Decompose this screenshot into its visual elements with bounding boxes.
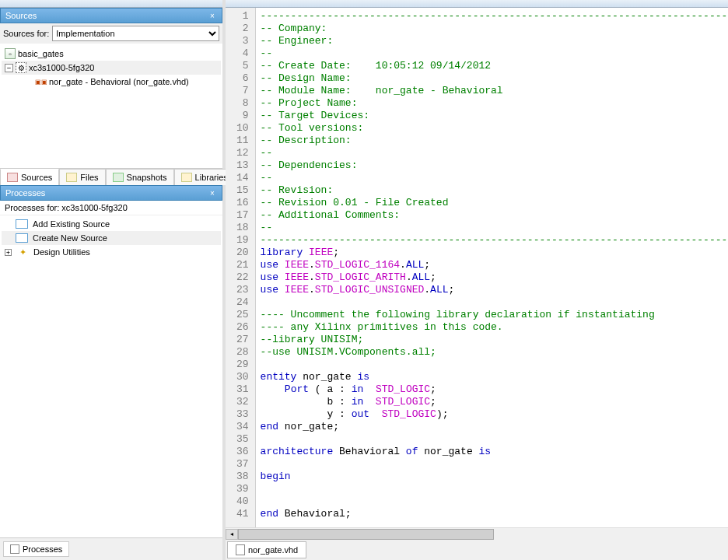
hierarchy-icon: ▣▣ xyxy=(36,76,47,87)
code-line[interactable]: -- xyxy=(261,147,728,159)
code-line[interactable]: --use UNISIM.VComponents.all; xyxy=(261,346,728,359)
processes-panel-title: Processes xyxy=(5,188,45,198)
horizontal-scrollbar[interactable]: ◂ ▸ xyxy=(226,527,728,540)
file-tab-nor-gate[interactable]: nor_gate.vhd xyxy=(227,541,306,558)
code-line[interactable]: ---- any Xilinx primitives in this code. xyxy=(261,321,728,334)
code-line[interactable]: -- Target Devices: xyxy=(261,110,728,122)
code-line[interactable] xyxy=(261,359,728,371)
tab-files[interactable]: Files xyxy=(59,169,105,185)
code-editor[interactable]: 1234567891011121314151617181920212223242… xyxy=(226,8,728,527)
scrollbar-thumb[interactable] xyxy=(238,529,494,540)
code-line[interactable]: --library UNISIM; xyxy=(261,334,728,346)
scroll-left-icon[interactable]: ◂ xyxy=(226,529,238,540)
code-line[interactable]: end Behavioral; xyxy=(261,508,728,520)
code-line[interactable]: -- Dependencies: xyxy=(261,159,728,172)
line-number: 27 xyxy=(236,334,249,346)
code-line[interactable]: -- xyxy=(261,47,728,60)
code-line[interactable]: -- Revision 0.01 - File Created xyxy=(261,197,728,209)
code-line[interactable]: -- Company: xyxy=(261,23,728,35)
code-line[interactable]: ---- Uncomment the following library dec… xyxy=(261,309,728,321)
tree-item-project[interactable]: ▫ basic_gates xyxy=(2,47,221,61)
project-icon: ▫ xyxy=(5,48,16,59)
code-line[interactable] xyxy=(261,433,728,446)
line-number: 3 xyxy=(236,35,249,47)
line-number: 39 xyxy=(236,483,249,495)
code-line[interactable]: -- Design Name: xyxy=(261,72,728,85)
code-line[interactable]: entity nor_gate is xyxy=(261,371,728,383)
processes-bottom-tabs: Processes xyxy=(0,537,222,560)
code-line[interactable]: -- Project Name: xyxy=(261,97,728,110)
line-number: 11 xyxy=(236,135,249,147)
tree-item-label: nor_gate - Behavioral (nor_gate.vhd) xyxy=(49,77,189,86)
line-number: 12 xyxy=(236,147,249,159)
process-item-label: Add Existing Source xyxy=(33,219,110,229)
code-line[interactable]: ----------------------------------------… xyxy=(261,10,728,23)
snapshots-icon xyxy=(113,173,124,182)
code-line[interactable]: use IEEE.STD_LOGIC_UNSIGNED.ALL; xyxy=(261,284,728,296)
tree-item-label: xc3s1000-5fg320 xyxy=(29,63,94,72)
code-line[interactable]: Port ( a : in STD_LOGIC; xyxy=(261,383,728,396)
code-line[interactable]: b : in STD_LOGIC; xyxy=(261,396,728,408)
code-line[interactable]: -- xyxy=(261,172,728,184)
code-line[interactable] xyxy=(261,483,728,495)
line-number: 8 xyxy=(236,97,249,110)
code-line[interactable]: ----------------------------------------… xyxy=(261,234,728,247)
tab-snapshots[interactable]: Snapshots xyxy=(106,169,174,185)
line-number: 20 xyxy=(236,247,249,259)
close-icon[interactable]: × xyxy=(208,188,217,198)
code-line[interactable] xyxy=(261,296,728,309)
code-line[interactable]: -- Module Name: nor_gate - Behavioral xyxy=(261,85,728,97)
line-number: 15 xyxy=(236,184,249,197)
code-line[interactable] xyxy=(261,495,728,508)
code-line[interactable]: end nor_gate; xyxy=(261,421,728,433)
code-line[interactable]: architecture Behavioral of nor_gate is xyxy=(261,446,728,458)
line-number: 28 xyxy=(236,346,249,359)
tab-processes[interactable]: Processes xyxy=(3,541,69,557)
processes-list: Add Existing Source Create New Source + … xyxy=(0,215,222,537)
code-line[interactable]: y : out STD_LOGIC); xyxy=(261,408,728,421)
process-item-label: Design Utilities xyxy=(33,247,90,257)
code-line[interactable]: -- Tool versions: xyxy=(261,122,728,135)
sources-for-row: Sources for: Implementation xyxy=(0,23,222,44)
process-design-utilities[interactable]: + ✦ Design Utilities xyxy=(2,245,221,259)
line-number: 5 xyxy=(236,60,249,72)
line-number: 38 xyxy=(236,471,249,483)
line-number: 16 xyxy=(236,197,249,209)
code-line[interactable]: begin xyxy=(261,471,728,483)
code-content[interactable]: ----------------------------------------… xyxy=(256,8,728,527)
code-line[interactable]: library IEEE; xyxy=(261,247,728,259)
tree-item-device[interactable]: − ⚙ xc3s1000-5fg320 xyxy=(2,61,221,75)
code-line[interactable]: -- Additional Comments: xyxy=(261,209,728,222)
code-line[interactable]: -- Create Date: 10:05:12 09/14/2012 xyxy=(261,60,728,72)
editor-file-tabs: nor_gate.vhd xyxy=(226,540,728,560)
sources-panel-title: Sources xyxy=(5,11,37,20)
expand-icon[interactable]: + xyxy=(5,249,12,256)
close-icon[interactable]: × xyxy=(208,11,217,20)
file-tab-label: nor_gate.vhd xyxy=(248,545,298,555)
line-number: 29 xyxy=(236,359,249,371)
line-number: 40 xyxy=(236,495,249,508)
sources-tree: ▫ basic_gates − ⚙ xc3s1000-5fg320 ▣▣ nor… xyxy=(0,44,222,168)
line-number: 25 xyxy=(236,309,249,321)
code-line[interactable] xyxy=(261,458,728,471)
code-line[interactable]: -- Revision: xyxy=(261,184,728,197)
processes-icon xyxy=(10,544,19,554)
line-number: 22 xyxy=(236,271,249,284)
file-icon xyxy=(236,544,245,555)
sources-for-select[interactable]: Implementation xyxy=(52,26,219,41)
process-create-new-source[interactable]: Create New Source xyxy=(2,231,221,245)
code-line[interactable]: use IEEE.STD_LOGIC_1164.ALL; xyxy=(261,259,728,271)
line-number: 32 xyxy=(236,396,249,408)
code-line[interactable]: -- Engineer: xyxy=(261,35,728,47)
scrollbar-track[interactable] xyxy=(238,529,728,540)
line-number: 19 xyxy=(236,234,249,247)
collapse-icon[interactable]: − xyxy=(5,64,13,72)
code-line[interactable]: -- xyxy=(261,222,728,234)
tab-sources[interactable]: Sources xyxy=(0,169,59,185)
process-add-existing-source[interactable]: Add Existing Source xyxy=(2,217,221,231)
code-line[interactable]: use IEEE.STD_LOGIC_ARITH.ALL; xyxy=(261,271,728,284)
window-icon xyxy=(16,219,28,229)
tree-item-file[interactable]: ▣▣ nor_gate - Behavioral (nor_gate.vhd) xyxy=(2,75,221,89)
code-line[interactable]: -- Description: xyxy=(261,135,728,147)
line-number: 24 xyxy=(236,296,249,309)
